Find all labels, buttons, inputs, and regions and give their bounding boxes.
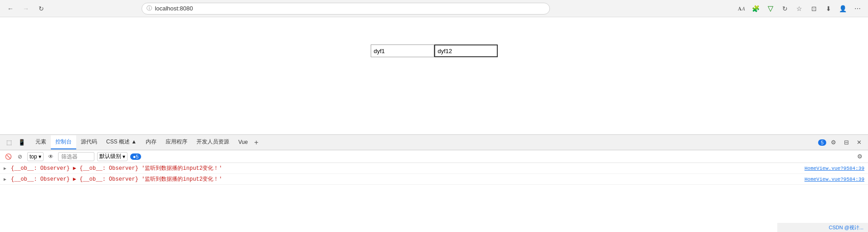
observer-ref-1: {__ob__: Observer} ▶ {__ob__: Observer} [11, 165, 138, 172]
log-message-2: '监听到数据播的input2变化！' [142, 176, 222, 183]
clear-console-button[interactable]: 🚫 [4, 152, 13, 161]
favorites-button[interactable]: ☆ [794, 3, 805, 15]
security-icon: ⓘ [147, 5, 152, 12]
page-content [0, 17, 868, 134]
more-button[interactable]: ⋯ [852, 3, 863, 15]
level-dropdown[interactable]: 默认级别 ▾ [97, 152, 128, 161]
refresh-button[interactable]: ↻ [35, 3, 47, 15]
forward-button[interactable]: → [20, 3, 32, 15]
top-dropdown[interactable]: top ▾ [27, 152, 44, 161]
eye-button[interactable]: 👁 [46, 152, 55, 161]
browser-actions: 𝐀𝐴 🧩 ▽ ↻ ☆ ⊡ ⬇ 👤 ⋯ [736, 3, 863, 15]
add-tab-button[interactable]: + [254, 138, 258, 147]
back-button[interactable]: ← [5, 3, 16, 15]
bottom-text: CSDN @视计... [829, 224, 863, 231]
console-badge: ●5 [130, 153, 142, 160]
inspect-icon[interactable]: ⬚ [4, 137, 15, 148]
tab-vue[interactable]: Vue [234, 136, 252, 149]
console-log: ▶ {__ob__: Observer} ▶ {__ob__: Observer… [0, 163, 868, 185]
collections-button[interactable]: ⊡ [808, 3, 820, 15]
address-bar[interactable]: ⓘ localhost:8080 [142, 3, 550, 15]
tab-sources[interactable]: 源代码 [76, 135, 102, 149]
devtools-settings-button[interactable]: ⚙ [828, 137, 839, 148]
sync-button[interactable]: ↻ [779, 3, 791, 15]
expand-icon-2[interactable]: ▶ [4, 177, 9, 182]
device-icon[interactable]: 📱 [16, 137, 27, 148]
tab-badge: 5 [818, 139, 826, 146]
input1-field[interactable] [371, 44, 434, 57]
tab-application[interactable]: 应用程序 [161, 135, 192, 149]
log-source-1[interactable]: HomeView.vue?9584:39 [804, 166, 864, 171]
tab-css-overview[interactable]: CSS 概述 ▲ [102, 135, 141, 149]
devtools-icons: ⬚ 📱 [4, 137, 27, 148]
tab-resources[interactable]: 开发人员资源 [192, 135, 234, 149]
extensions-button[interactable]: 🧩 [750, 3, 762, 15]
dropdown-arrow-icon: ▾ [39, 153, 41, 160]
tab-memory[interactable]: 内存 [141, 135, 161, 149]
devtools-panel: ⬚ 📱 元素 控制台 源代码 CSS 概述 ▲ 内存 应用程序 开发人员资源 V… [0, 134, 868, 231]
observer-ref-2: {__ob__: Observer} ▶ {__ob__: Observer} [11, 176, 138, 183]
browser-chrome: ← → ↻ ⓘ localhost:8080 𝐀𝐴 🧩 ▽ ↻ ☆ ⊡ ⬇ 👤 … [0, 0, 868, 17]
level-arrow-icon: ▾ [123, 153, 125, 160]
input2-field[interactable] [434, 44, 498, 57]
url-text: localhost:8080 [155, 5, 193, 12]
console-settings-button[interactable]: ⚙ [855, 152, 864, 161]
level-label: 默认级别 [99, 153, 121, 160]
bottom-bar: CSDN @视计... [777, 223, 868, 232]
profile-button[interactable]: 👤 [837, 3, 849, 15]
green-arrow-button[interactable]: ▽ [765, 3, 776, 15]
top-label: top [29, 153, 37, 160]
expand-icon-1[interactable]: ▶ [4, 166, 9, 171]
log-row: ▶ {__ob__: Observer} ▶ {__ob__: Observer… [0, 174, 868, 185]
console-toolbar: 🚫 ⊘ top ▾ 👁 默认级别 ▾ ●5 ⚙ [0, 150, 868, 163]
tab-elements[interactable]: 元素 [31, 135, 51, 149]
filter-input[interactable] [58, 152, 94, 161]
devtools-dock-button[interactable]: ⊟ [841, 137, 852, 148]
devtools-close-button[interactable]: ✕ [853, 137, 864, 148]
log-source-2[interactable]: HomeView.vue?9584:39 [804, 177, 864, 182]
log-text-1: {__ob__: Observer} ▶ {__ob__: Observer} … [11, 164, 804, 172]
input-group [371, 44, 498, 57]
stop-button[interactable]: ⊘ [15, 152, 25, 161]
tab-console[interactable]: 控制台 [51, 135, 76, 149]
devtools-tabs: ⬚ 📱 元素 控制台 源代码 CSS 概述 ▲ 内存 应用程序 开发人员资源 V… [0, 135, 868, 150]
tab-actions: 5 ⚙ ⊟ ✕ [818, 137, 864, 148]
download-button[interactable]: ⬇ [823, 3, 834, 15]
font-settings-button[interactable]: 𝐀𝐴 [736, 3, 747, 15]
log-row: ▶ {__ob__: Observer} ▶ {__ob__: Observer… [0, 163, 868, 174]
log-text-2: {__ob__: Observer} ▶ {__ob__: Observer} … [11, 175, 804, 183]
log-message-1: '监听到数据播的input2变化！' [142, 165, 222, 172]
